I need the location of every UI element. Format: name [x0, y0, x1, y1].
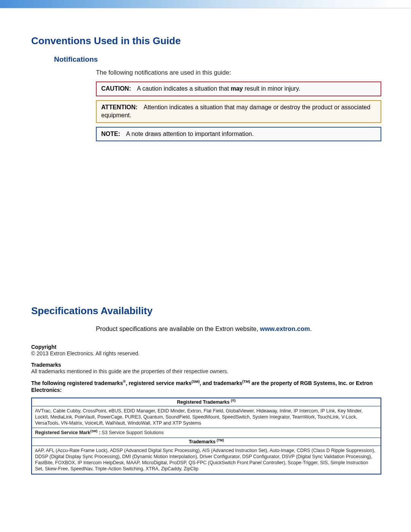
note-label: NOTE: [101, 131, 120, 137]
tm-stmt-3: , and trademarks [199, 380, 242, 386]
caution-text-pre: A caution indicates a situation that [137, 85, 231, 92]
tm-body-rest: AP, AFL (Accu-Rate Frame Lock), ADSP (Ad… [35, 448, 375, 472]
tm-header-text: Trademarks [189, 439, 217, 444]
svc-label-sup: (SM) [90, 429, 97, 433]
specs-intro-text: Product specifications are available on … [96, 325, 381, 332]
trademarks-body: All trademarks mentioned in this guide a… [31, 368, 381, 375]
specs-intro-post: . [310, 325, 312, 332]
caution-callout: CAUTION: A caution indicates a situation… [96, 81, 381, 96]
svc-label-pre: Registered Service Mark [35, 430, 90, 435]
registered-tm-header: Registered Trademarks (®) [32, 398, 381, 406]
tm-superscript: (TM) [242, 380, 250, 384]
caution-text-post: result in minor injury. [243, 85, 300, 92]
trademarks-statement: The following registered trademarks®, re… [31, 380, 381, 393]
vertical-spacer [31, 145, 381, 305]
caution-bold: may [231, 85, 243, 92]
copyright-body: © 2013 Extron Electronics. All rights re… [31, 350, 381, 357]
reg-header-sup: (®) [231, 398, 236, 402]
notifications-subheading: Notifications [54, 55, 381, 64]
sm-superscript: (SM) [191, 380, 199, 384]
conventions-heading: Conventions Used in this Guide [31, 35, 381, 47]
attention-label: ATTENTION: [101, 104, 138, 110]
copyright-heading: Copyright [31, 344, 381, 350]
note-callout: NOTE: A note draws attention to importan… [96, 127, 381, 142]
notifications-block: The following notifications are used in … [96, 69, 381, 141]
reg-header-text: Registered Trademarks [177, 399, 231, 405]
specs-intro-pre: Product specifications are available on … [96, 325, 260, 332]
specs-intro-block: Product specifications are available on … [96, 325, 381, 332]
trademarks-tm-header: Trademarks (TM) [32, 438, 381, 446]
trademarks-tm-body: AAP, AFL (Accu-Rate Frame Lock), ADSP (A… [32, 446, 381, 474]
attention-text: Attention indicates a situation that may… [101, 104, 370, 119]
page-top-divider [0, 0, 411, 8]
page-content: Conventions Used in this Guide Notificat… [0, 8, 411, 490]
note-text: A note draws attention to important info… [126, 131, 253, 137]
notifications-intro: The following notifications are used in … [96, 69, 381, 76]
caution-label: CAUTION: [101, 85, 131, 92]
service-mark-row: Registered Service Mark(SM) : S3 Service… [32, 428, 381, 438]
trademarks-heading: Trademarks [31, 362, 381, 368]
registered-tm-body: AVTrac, Cable Cubby, CrossPoint, eBUS, E… [32, 406, 381, 428]
tm-stmt-1: The following registered trademarks [31, 380, 123, 386]
tm-header-sup: (TM) [217, 438, 224, 442]
attention-callout: ATTENTION: Attention indicates a situati… [96, 100, 381, 123]
service-mark-body: S3 Service Support Solutions [100, 430, 164, 435]
specs-heading: Specifications Availability [31, 305, 381, 317]
extron-link[interactable]: www.extron.com [260, 325, 310, 332]
svc-label-post: : [97, 430, 100, 435]
tm-stmt-2: , registered service marks [126, 380, 191, 386]
service-mark-label: Registered Service Mark(SM) : [35, 430, 100, 435]
trademarks-table: Registered Trademarks (®) AVTrac, Cable … [31, 398, 381, 474]
